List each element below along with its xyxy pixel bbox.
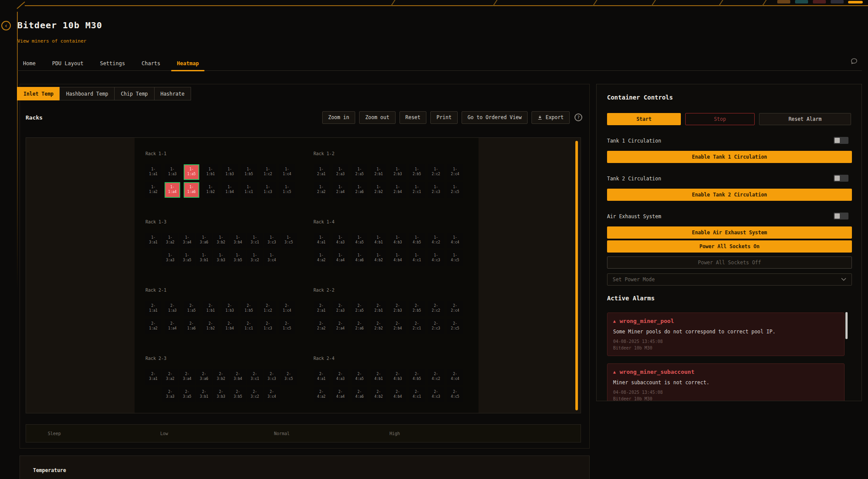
- miner-cell-1-1-b3[interactable]: 1-1:b3: [222, 164, 238, 180]
- miner-cell-2-1-b3[interactable]: 2-1:b3: [222, 301, 238, 316]
- miner-cell-2-2-a1[interactable]: 2-2:a1: [314, 301, 329, 316]
- miner-cell-1-2-c1[interactable]: 1-2:c1: [409, 182, 425, 198]
- miner-cell-1-4-b2[interactable]: 1-4:b2: [371, 250, 386, 266]
- miner-cell-2-2-b2[interactable]: 2-2:b2: [371, 319, 386, 334]
- miner-cell-2-2-b3[interactable]: 2-2:b3: [390, 301, 406, 316]
- power-mode-select[interactable]: Set Power Mode: [607, 273, 852, 286]
- miner-cell-2-4-a4[interactable]: 2-4:a4: [333, 387, 348, 402]
- miner-cell-1-1-b4[interactable]: 1-1:b4: [222, 182, 238, 198]
- miner-cell-1-2-a5[interactable]: 1-2:a5: [352, 164, 367, 180]
- miner-cell-1-4-a5[interactable]: 1-4:a5: [352, 233, 367, 248]
- miner-cell-1-1-a1[interactable]: 1-1:a1: [145, 164, 161, 180]
- miner-cell-1-4-a3[interactable]: 1-4:a3: [333, 233, 348, 248]
- miner-cell-1-4-c2[interactable]: 1-4:c2: [428, 233, 444, 248]
- miner-cell-1-1-a5[interactable]: 1-1:a5: [184, 164, 199, 180]
- miner-cell-1-1-c5[interactable]: 1-1:c5: [279, 182, 295, 198]
- miner-cell-2-4-a5[interactable]: 2-4:a5: [352, 369, 367, 385]
- miner-cell-1-4-c3[interactable]: 1-4:c3: [428, 250, 444, 266]
- miner-cell-2-2-b4[interactable]: 2-2:b4: [390, 319, 406, 334]
- miner-cell-1-1-c2[interactable]: 1-1:c2: [260, 164, 276, 180]
- miner-cell-1-4-a4[interactable]: 1-4:a4: [333, 250, 348, 266]
- miner-cell-1-1-a6[interactable]: 1-1:a6: [184, 182, 199, 198]
- toggle-tank-1-circulation[interactable]: [834, 137, 848, 144]
- miner-cell-1-1-b2[interactable]: 1-1:b2: [203, 182, 218, 198]
- miner-cell-2-4-c2[interactable]: 2-4:c2: [428, 369, 444, 385]
- miner-cell-2-4-c5[interactable]: 2-4:c5: [447, 387, 463, 402]
- miner-cell-1-4-a6[interactable]: 1-4:a6: [352, 250, 367, 266]
- tab-settings[interactable]: Settings: [94, 57, 131, 70]
- miner-cell-1-4-b5[interactable]: 1-4:b5: [409, 233, 425, 248]
- miner-cell-1-4-c5[interactable]: 1-4:c5: [447, 250, 463, 266]
- miner-cell-1-3-a5[interactable]: 1-3:a5: [179, 250, 195, 266]
- toolbar-go-to-ordered-view-button[interactable]: Go to Ordered View: [462, 111, 528, 124]
- miner-cell-2-3-a5[interactable]: 2-3:a5: [179, 387, 195, 402]
- toolbar-zoom-out-button[interactable]: Zoom out: [359, 111, 395, 124]
- miner-cell-2-1-c1[interactable]: 2-1:c1: [241, 319, 257, 334]
- miner-cell-1-3-c1[interactable]: 1-3:c1: [247, 233, 263, 248]
- miner-cell-1-1-c3[interactable]: 1-1:c3: [260, 182, 276, 198]
- miner-cell-1-1-b1[interactable]: 1-1:b1: [203, 164, 218, 180]
- miner-cell-2-2-c4[interactable]: 2-2:c4: [447, 301, 463, 316]
- miner-cell-1-2-a2[interactable]: 1-2:a2: [314, 182, 329, 198]
- miner-cell-1-3-a3[interactable]: 1-3:a3: [162, 250, 178, 266]
- miner-cell-1-2-b5[interactable]: 1-2:b5: [409, 164, 425, 180]
- miner-cell-1-3-b5[interactable]: 1-3:b5: [230, 250, 246, 266]
- toggle-air-exhaust-system[interactable]: [834, 213, 848, 220]
- miner-cell-1-3-a2[interactable]: 1-3:a2: [162, 233, 178, 248]
- reset-alarm-button[interactable]: Reset Alarm: [759, 113, 851, 125]
- miner-cell-2-2-c5[interactable]: 2-2:c5: [447, 319, 463, 334]
- miner-cell-1-3-c2[interactable]: 1-3:c2: [247, 250, 263, 266]
- miner-cell-2-4-a6[interactable]: 2-4:a6: [352, 387, 367, 402]
- miner-cell-2-1-c5[interactable]: 2-1:c5: [279, 319, 295, 334]
- miner-cell-2-1-a3[interactable]: 2-1:a3: [165, 301, 180, 316]
- miner-cell-2-4-b3[interactable]: 2-4:b3: [390, 369, 406, 385]
- heatmap-tab-chip-temp[interactable]: Chip Temp: [114, 87, 154, 100]
- miner-cell-1-3-a4[interactable]: 1-3:a4: [179, 233, 195, 248]
- miner-cell-1-3-a1[interactable]: 1-3:a1: [145, 233, 161, 248]
- miner-cell-2-1-a2[interactable]: 2-1:a2: [145, 319, 161, 334]
- miner-cell-2-3-b4[interactable]: 2-3:b4: [230, 369, 246, 385]
- miner-cell-2-3-c5[interactable]: 2-3:c5: [281, 369, 297, 385]
- miner-cell-1-3-c5[interactable]: 1-3:c5: [281, 233, 297, 248]
- start-button[interactable]: Start: [607, 113, 681, 125]
- miner-cell-1-1-a3[interactable]: 1-1:a3: [165, 164, 180, 180]
- miner-cell-2-1-b2[interactable]: 2-1:b2: [203, 319, 218, 334]
- racks-scrollbar[interactable]: [575, 141, 578, 410]
- miner-cell-1-2-a3[interactable]: 1-2:a3: [333, 164, 348, 180]
- miner-cell-2-2-a6[interactable]: 2-2:a6: [352, 319, 367, 334]
- miner-cell-1-2-b4[interactable]: 1-2:b4: [390, 182, 406, 198]
- miner-cell-2-3-a1[interactable]: 2-3:a1: [145, 369, 161, 385]
- heatmap-tab-hashboard-temp[interactable]: Hashboard Temp: [59, 87, 115, 100]
- miner-cell-2-3-b5[interactable]: 2-3:b5: [230, 387, 246, 402]
- miner-cell-2-3-b2[interactable]: 2-3:b2: [213, 369, 229, 385]
- miner-cell-2-4-b4[interactable]: 2-4:b4: [390, 387, 406, 402]
- miner-cell-1-4-c4[interactable]: 1-4:c4: [447, 233, 463, 248]
- toolbar-reset-button[interactable]: Reset: [399, 111, 427, 124]
- miner-cell-2-2-b1[interactable]: 2-2:b1: [371, 301, 386, 316]
- miner-cell-2-2-c2[interactable]: 2-2:c2: [428, 301, 444, 316]
- miner-cell-2-1-a4[interactable]: 2-1:a4: [165, 319, 180, 334]
- miner-cell-2-2-a3[interactable]: 2-2:a3: [333, 301, 348, 316]
- miner-cell-2-1-c2[interactable]: 2-1:c2: [260, 301, 276, 316]
- miner-cell-2-4-b5[interactable]: 2-4:b5: [409, 369, 425, 385]
- miner-cell-2-4-c3[interactable]: 2-4:c3: [428, 387, 444, 402]
- tab-home[interactable]: Home: [17, 57, 41, 70]
- miner-cell-1-3-b2[interactable]: 1-3:b2: [213, 233, 229, 248]
- miner-cell-2-1-b4[interactable]: 2-1:b4: [222, 319, 238, 334]
- help-icon[interactable]: ?: [574, 113, 582, 121]
- miner-cell-1-1-a4[interactable]: 1-1:a4: [165, 182, 180, 198]
- enable-tank-1-circulation-button[interactable]: Enable Tank 1 Circulation: [607, 151, 852, 163]
- miner-cell-1-4-a2[interactable]: 1-4:a2: [314, 250, 329, 266]
- miner-cell-2-4-a1[interactable]: 2-4:a1: [314, 369, 329, 385]
- miner-cell-2-2-c1[interactable]: 2-2:c1: [409, 319, 425, 334]
- tab-charts[interactable]: Charts: [136, 57, 166, 70]
- tab-heatmap[interactable]: Heatmap: [171, 57, 205, 70]
- stop-button[interactable]: Stop: [685, 113, 755, 125]
- power-all-sockets-on-button[interactable]: Power All Sockets On: [607, 240, 852, 253]
- miner-cell-1-2-a1[interactable]: 1-2:a1: [314, 164, 329, 180]
- miner-cell-1-3-c4[interactable]: 1-3:c4: [264, 250, 280, 266]
- miner-cell-1-2-c2[interactable]: 1-2:c2: [428, 164, 444, 180]
- miner-cell-1-4-b3[interactable]: 1-4:b3: [390, 233, 406, 248]
- miner-cell-2-1-a6[interactable]: 2-1:a6: [184, 319, 199, 334]
- toggle-tank-2-circulation[interactable]: [834, 175, 848, 182]
